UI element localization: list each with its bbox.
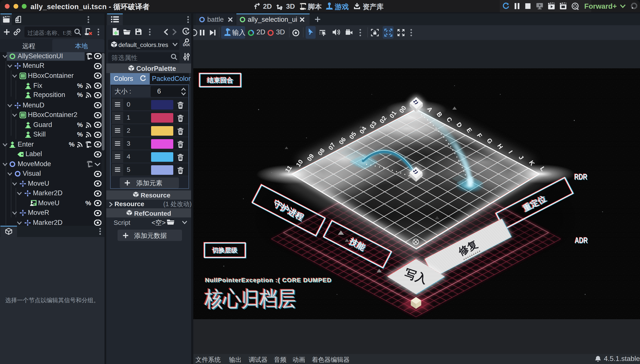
svg-text:DOC: DOC bbox=[183, 43, 190, 47]
